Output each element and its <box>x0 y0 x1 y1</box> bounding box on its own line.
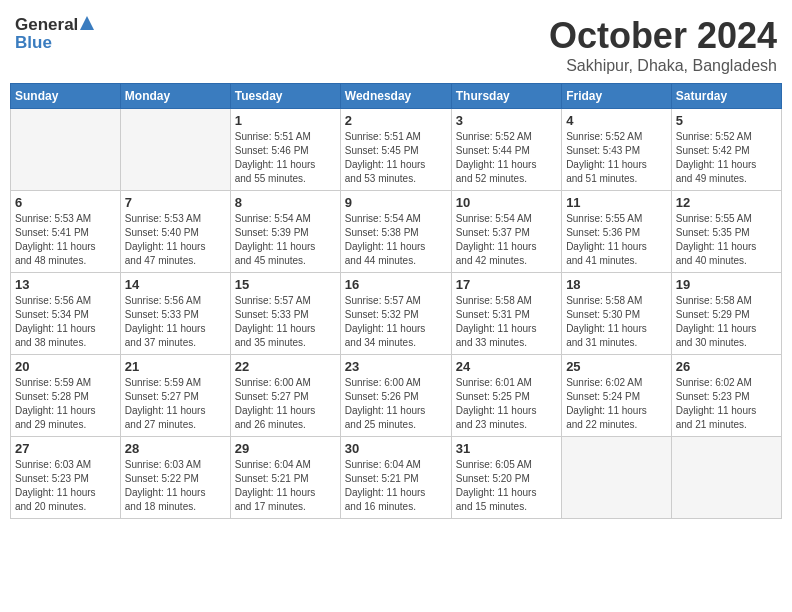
day-number: 16 <box>345 277 447 292</box>
calendar-cell-w4d7: 26Sunrise: 6:02 AMSunset: 5:23 PMDayligh… <box>671 355 781 437</box>
calendar-cell-w5d5: 31Sunrise: 6:05 AMSunset: 5:20 PMDayligh… <box>451 437 561 519</box>
logo: General Blue <box>15 15 95 51</box>
day-number: 31 <box>456 441 557 456</box>
day-info: Sunrise: 5:54 AMSunset: 5:37 PMDaylight:… <box>456 212 557 268</box>
calendar-cell-w1d6: 4Sunrise: 5:52 AMSunset: 5:43 PMDaylight… <box>562 109 672 191</box>
week-row-1: 1Sunrise: 5:51 AMSunset: 5:46 PMDaylight… <box>11 109 782 191</box>
day-info: Sunrise: 5:52 AMSunset: 5:42 PMDaylight:… <box>676 130 777 186</box>
day-number: 26 <box>676 359 777 374</box>
calendar-cell-w1d5: 3Sunrise: 5:52 AMSunset: 5:44 PMDaylight… <box>451 109 561 191</box>
day-info: Sunrise: 5:57 AMSunset: 5:33 PMDaylight:… <box>235 294 336 350</box>
weekday-header-sunday: Sunday <box>11 84 121 109</box>
day-info: Sunrise: 5:55 AMSunset: 5:35 PMDaylight:… <box>676 212 777 268</box>
day-number: 4 <box>566 113 667 128</box>
month-title: October 2024 <box>549 15 777 57</box>
calendar-cell-w5d1: 27Sunrise: 6:03 AMSunset: 5:23 PMDayligh… <box>11 437 121 519</box>
day-info: Sunrise: 5:59 AMSunset: 5:28 PMDaylight:… <box>15 376 116 432</box>
calendar-cell-w5d7 <box>671 437 781 519</box>
day-info: Sunrise: 5:57 AMSunset: 5:32 PMDaylight:… <box>345 294 447 350</box>
day-number: 21 <box>125 359 226 374</box>
day-info: Sunrise: 5:52 AMSunset: 5:43 PMDaylight:… <box>566 130 667 186</box>
calendar-cell-w5d3: 29Sunrise: 6:04 AMSunset: 5:21 PMDayligh… <box>230 437 340 519</box>
calendar-cell-w4d4: 23Sunrise: 6:00 AMSunset: 5:26 PMDayligh… <box>340 355 451 437</box>
weekday-header-wednesday: Wednesday <box>340 84 451 109</box>
logo-blue-text: Blue <box>15 34 95 51</box>
day-info: Sunrise: 5:54 AMSunset: 5:39 PMDaylight:… <box>235 212 336 268</box>
calendar-cell-w5d2: 28Sunrise: 6:03 AMSunset: 5:22 PMDayligh… <box>120 437 230 519</box>
day-info: Sunrise: 5:53 AMSunset: 5:40 PMDaylight:… <box>125 212 226 268</box>
calendar-table: SundayMondayTuesdayWednesdayThursdayFrid… <box>10 83 782 519</box>
weekday-header-thursday: Thursday <box>451 84 561 109</box>
day-info: Sunrise: 5:58 AMSunset: 5:29 PMDaylight:… <box>676 294 777 350</box>
day-number: 5 <box>676 113 777 128</box>
day-number: 2 <box>345 113 447 128</box>
day-info: Sunrise: 5:52 AMSunset: 5:44 PMDaylight:… <box>456 130 557 186</box>
day-number: 1 <box>235 113 336 128</box>
day-number: 10 <box>456 195 557 210</box>
day-info: Sunrise: 5:56 AMSunset: 5:33 PMDaylight:… <box>125 294 226 350</box>
week-row-2: 6Sunrise: 5:53 AMSunset: 5:41 PMDaylight… <box>11 191 782 273</box>
day-info: Sunrise: 5:56 AMSunset: 5:34 PMDaylight:… <box>15 294 116 350</box>
calendar-cell-w2d5: 10Sunrise: 5:54 AMSunset: 5:37 PMDayligh… <box>451 191 561 273</box>
calendar-cell-w4d3: 22Sunrise: 6:00 AMSunset: 5:27 PMDayligh… <box>230 355 340 437</box>
week-row-5: 27Sunrise: 6:03 AMSunset: 5:23 PMDayligh… <box>11 437 782 519</box>
svg-marker-0 <box>80 16 94 30</box>
day-info: Sunrise: 6:04 AMSunset: 5:21 PMDaylight:… <box>235 458 336 514</box>
day-number: 15 <box>235 277 336 292</box>
calendar-cell-w4d2: 21Sunrise: 5:59 AMSunset: 5:27 PMDayligh… <box>120 355 230 437</box>
day-info: Sunrise: 6:05 AMSunset: 5:20 PMDaylight:… <box>456 458 557 514</box>
day-number: 14 <box>125 277 226 292</box>
week-row-3: 13Sunrise: 5:56 AMSunset: 5:34 PMDayligh… <box>11 273 782 355</box>
day-number: 7 <box>125 195 226 210</box>
day-info: Sunrise: 6:03 AMSunset: 5:22 PMDaylight:… <box>125 458 226 514</box>
day-number: 6 <box>15 195 116 210</box>
weekday-header-monday: Monday <box>120 84 230 109</box>
day-number: 19 <box>676 277 777 292</box>
calendar-cell-w3d2: 14Sunrise: 5:56 AMSunset: 5:33 PMDayligh… <box>120 273 230 355</box>
day-number: 24 <box>456 359 557 374</box>
day-number: 3 <box>456 113 557 128</box>
day-number: 30 <box>345 441 447 456</box>
day-number: 23 <box>345 359 447 374</box>
day-number: 18 <box>566 277 667 292</box>
calendar-cell-w3d5: 17Sunrise: 5:58 AMSunset: 5:31 PMDayligh… <box>451 273 561 355</box>
day-info: Sunrise: 5:51 AMSunset: 5:45 PMDaylight:… <box>345 130 447 186</box>
week-row-4: 20Sunrise: 5:59 AMSunset: 5:28 PMDayligh… <box>11 355 782 437</box>
day-number: 12 <box>676 195 777 210</box>
title-block: October 2024 Sakhipur, Dhaka, Bangladesh <box>549 15 777 75</box>
calendar-cell-w1d1 <box>11 109 121 191</box>
day-info: Sunrise: 6:00 AMSunset: 5:27 PMDaylight:… <box>235 376 336 432</box>
day-info: Sunrise: 6:01 AMSunset: 5:25 PMDaylight:… <box>456 376 557 432</box>
calendar-cell-w4d1: 20Sunrise: 5:59 AMSunset: 5:28 PMDayligh… <box>11 355 121 437</box>
day-info: Sunrise: 6:04 AMSunset: 5:21 PMDaylight:… <box>345 458 447 514</box>
day-info: Sunrise: 6:02 AMSunset: 5:23 PMDaylight:… <box>676 376 777 432</box>
weekday-header-row: SundayMondayTuesdayWednesdayThursdayFrid… <box>11 84 782 109</box>
day-info: Sunrise: 6:00 AMSunset: 5:26 PMDaylight:… <box>345 376 447 432</box>
day-number: 20 <box>15 359 116 374</box>
day-number: 22 <box>235 359 336 374</box>
calendar-cell-w2d7: 12Sunrise: 5:55 AMSunset: 5:35 PMDayligh… <box>671 191 781 273</box>
location-text: Sakhipur, Dhaka, Bangladesh <box>549 57 777 75</box>
weekday-header-friday: Friday <box>562 84 672 109</box>
calendar-cell-w5d4: 30Sunrise: 6:04 AMSunset: 5:21 PMDayligh… <box>340 437 451 519</box>
calendar-cell-w2d3: 8Sunrise: 5:54 AMSunset: 5:39 PMDaylight… <box>230 191 340 273</box>
day-number: 8 <box>235 195 336 210</box>
calendar-cell-w1d3: 1Sunrise: 5:51 AMSunset: 5:46 PMDaylight… <box>230 109 340 191</box>
calendar-cell-w1d7: 5Sunrise: 5:52 AMSunset: 5:42 PMDaylight… <box>671 109 781 191</box>
calendar-cell-w2d4: 9Sunrise: 5:54 AMSunset: 5:38 PMDaylight… <box>340 191 451 273</box>
calendar-cell-w3d4: 16Sunrise: 5:57 AMSunset: 5:32 PMDayligh… <box>340 273 451 355</box>
calendar-cell-w2d2: 7Sunrise: 5:53 AMSunset: 5:40 PMDaylight… <box>120 191 230 273</box>
calendar-cell-w4d5: 24Sunrise: 6:01 AMSunset: 5:25 PMDayligh… <box>451 355 561 437</box>
calendar-cell-w3d6: 18Sunrise: 5:58 AMSunset: 5:30 PMDayligh… <box>562 273 672 355</box>
day-number: 29 <box>235 441 336 456</box>
day-number: 11 <box>566 195 667 210</box>
day-info: Sunrise: 5:58 AMSunset: 5:31 PMDaylight:… <box>456 294 557 350</box>
day-number: 25 <box>566 359 667 374</box>
day-number: 9 <box>345 195 447 210</box>
weekday-header-saturday: Saturday <box>671 84 781 109</box>
day-info: Sunrise: 6:02 AMSunset: 5:24 PMDaylight:… <box>566 376 667 432</box>
day-info: Sunrise: 6:03 AMSunset: 5:23 PMDaylight:… <box>15 458 116 514</box>
calendar-cell-w3d1: 13Sunrise: 5:56 AMSunset: 5:34 PMDayligh… <box>11 273 121 355</box>
day-info: Sunrise: 5:51 AMSunset: 5:46 PMDaylight:… <box>235 130 336 186</box>
calendar-cell-w1d2 <box>120 109 230 191</box>
